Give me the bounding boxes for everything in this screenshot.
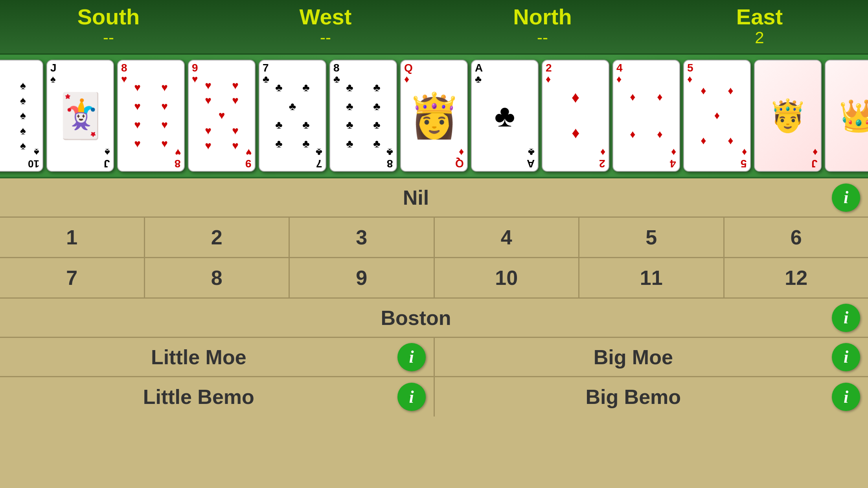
bid-8[interactable]: 8 [145,258,290,297]
card-9-hearts[interactable]: 9 ♥ ♥♥ ♥♥ ♥ ♥♥ ♥♥ 9 ♥ [188,60,256,172]
card-j-diamonds[interactable]: J ♦ 🤴 J ♦ [754,60,822,172]
bid-6[interactable]: 6 [725,218,868,257]
bid-7[interactable]: 7 [0,258,145,297]
little-bemo-button[interactable]: Little Bemo [0,385,397,409]
card-q-diamonds[interactable]: Q ♦ 👸 Q ♦ [400,60,468,172]
bottom-section: Nil i 1 2 3 4 5 6 7 8 9 10 11 12 Boston … [0,178,868,488]
little-bemo-info-button[interactable]: i [397,383,426,411]
player-east: East 2 [651,6,868,48]
bid-5[interactable]: 5 [579,218,725,257]
boston-button[interactable]: Boston [0,306,832,330]
numbers-row-2: 7 8 9 10 11 12 [0,258,868,299]
big-bemo-info-button[interactable]: i [832,383,860,411]
card-j-spades[interactable]: J ♠ 🃏 J ♠ [46,60,114,172]
bid-3[interactable]: 3 [290,218,435,257]
bid-10[interactable]: 10 [435,258,580,297]
west-name: West [217,6,434,28]
bid-2[interactable]: 2 [145,218,290,257]
east-score: 2 [651,28,868,48]
card-8-hearts[interactable]: 8 ♥ ♥♥ ♥♥ ♥♥ ♥♥ 8 ♥ [117,60,185,172]
north-score: -- [434,28,651,48]
bid-1[interactable]: 1 [0,218,145,257]
player-north: North -- [434,6,651,48]
big-moe-info-button[interactable]: i [832,343,860,371]
card-7-clubs[interactable]: 7 ♣ ♣♣ ♣ ♣♣ ♣♣ 7 ♣ [259,60,326,172]
card-4-diamonds[interactable]: 4 ♦ ♦♦ ♦♦ 4 ♦ [612,60,680,172]
east-name: East [651,6,868,28]
player-south: South -- [0,6,217,48]
south-score: -- [0,28,217,48]
card-8-clubs[interactable]: 8 ♣ ♣♣ ♣♣ ♣♣ ♣♣ 8 ♣ [329,60,397,172]
little-moe-info-button[interactable]: i [397,343,426,371]
big-moe-cell: Big Moe i [435,338,868,376]
bid-4[interactable]: 4 [435,218,580,257]
south-name: South [0,6,217,28]
big-bemo-button[interactable]: Big Bemo [435,385,832,409]
big-moe-button[interactable]: Big Moe [435,345,832,369]
bid-12[interactable]: 12 [725,258,868,297]
moe-row: Little Moe i Big Moe i [0,338,868,377]
card-a-clubs[interactable]: A ♣ ♣ A ♣ [471,60,539,172]
nil-info-button[interactable]: i [832,183,860,212]
nil-button[interactable]: Nil [0,186,832,209]
boston-info-button[interactable]: i [832,304,860,332]
cards-area: 10 ♠ ♠♠ ♠♠ ♠♠ ♠♠ ♠♠ 10 ♠ J ♠ 🃏 J ♠ 8 ♥ ♥… [0,55,868,178]
west-score: -- [217,28,434,48]
big-bemo-cell: Big Bemo i [435,377,868,416]
little-moe-cell: Little Moe i [0,338,435,376]
card-k-diamonds[interactable]: K ♦ 👑 K ♦ [825,60,868,172]
little-moe-button[interactable]: Little Moe [0,345,397,369]
little-bemo-cell: Little Bemo i [0,377,435,416]
nil-row: Nil i [0,178,868,218]
card-5-diamonds[interactable]: 5 ♦ ♦♦ ♦ ♦♦ 5 ♦ [683,60,751,172]
header: South -- West -- North -- East 2 [0,0,868,55]
bid-9[interactable]: 9 [290,258,435,297]
card-2-diamonds[interactable]: 2 ♦ ♦ ♦ 2 ♦ [542,60,609,172]
card-10-spades[interactable]: 10 ♠ ♠♠ ♠♠ ♠♠ ♠♠ ♠♠ 10 ♠ [0,60,43,172]
north-name: North [434,6,651,28]
numbers-row-1: 1 2 3 4 5 6 [0,218,868,258]
bemo-row: Little Bemo i Big Bemo i [0,377,868,416]
boston-row: Boston i [0,299,868,338]
bid-11[interactable]: 11 [579,258,725,297]
player-west: West -- [217,6,434,48]
